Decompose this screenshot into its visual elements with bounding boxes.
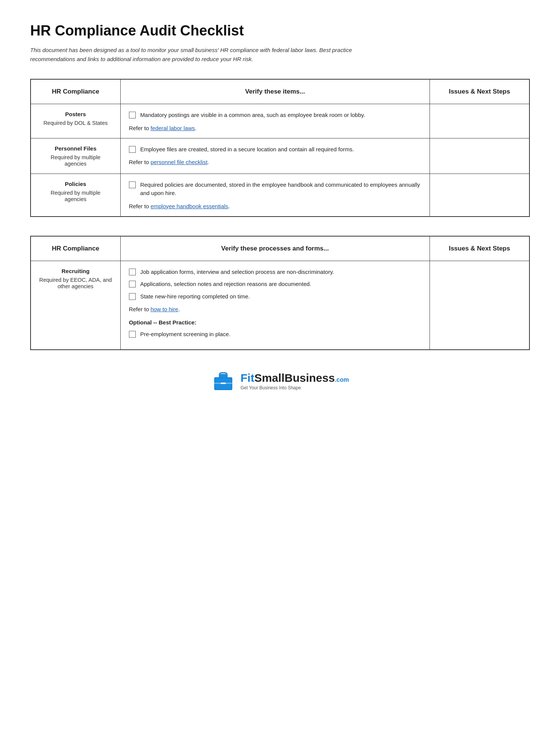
refer-period: . [195, 125, 196, 131]
verify-item: Required policies are documented, stored… [129, 181, 421, 198]
logo-dot-com: .com [335, 376, 349, 383]
table-row: Policies Required by multiple agencies R… [31, 174, 529, 217]
table-row: Recruiting Required by EEOC, ADA, and ot… [31, 261, 529, 350]
table2-col3-header: Issues & Next Steps [430, 236, 529, 261]
issues-cell-posters [430, 104, 529, 138]
intro-text: This document has been designed as a too… [30, 46, 370, 64]
refer-line: Refer to federal labor laws. [129, 125, 421, 131]
category-cell-policies: Policies Required by multiple agencies [31, 174, 120, 217]
issues-cell-recruiting [430, 261, 529, 350]
refer-period: . [178, 306, 180, 312]
verify-cell-policies: Required policies are documented, stored… [120, 174, 430, 217]
category-cell-recruiting: Recruiting Required by EEOC, ADA, and ot… [31, 261, 120, 350]
checkbox[interactable] [129, 269, 136, 275]
verify-item: Mandatory postings are visible in a comm… [129, 111, 421, 120]
table-row: Personnel Files Required by multiple age… [31, 138, 529, 174]
category-name-policies: Policies [39, 181, 112, 187]
footer-logo: FitSmallBusiness .com Get Your Business … [211, 369, 349, 393]
category-name-posters: Posters [39, 111, 112, 117]
briefcase-icon [211, 369, 235, 393]
verify-text-best-practice: Pre-employment screening in place. [140, 330, 230, 339]
best-practice-label: Optional -- Best Practice: [129, 319, 421, 326]
verify-cell-recruiting: Job application forms, interview and sel… [120, 261, 430, 350]
table1-col3-header: Issues & Next Steps [430, 79, 529, 104]
verify-cell-posters: Mandatory postings are visible in a comm… [120, 104, 430, 138]
category-cell-personnel: Personnel Files Required by multiple age… [31, 138, 120, 174]
logo-text-container: FitSmallBusiness .com Get Your Business … [241, 372, 349, 390]
category-sub-personnel: Required by multiple agencies [51, 154, 100, 167]
checkbox[interactable] [129, 146, 136, 153]
refer-period: . [228, 203, 230, 209]
table1-col2-header: Verify these items... [120, 79, 430, 104]
refer-link-hire[interactable]: how to hire [150, 306, 178, 312]
category-sub-recruiting: Required by EEOC, ADA, and other agencie… [39, 277, 112, 289]
checkbox[interactable] [129, 293, 136, 300]
refer-line: Refer to employee handbook essentials. [129, 203, 421, 209]
category-sub-posters: Required by DOL & States [43, 120, 107, 126]
page-title: HR Compliance Audit Checklist [30, 23, 530, 39]
category-name-personnel: Personnel Files [39, 145, 112, 152]
refer-line: Refer to how to hire. [129, 306, 421, 312]
logo-tagline: Get Your Business Into Shape [241, 385, 301, 390]
refer-link-personnel[interactable]: personnel file checklist [150, 159, 207, 165]
table1-col1-header: HR Compliance [31, 79, 120, 104]
verify-text: Employee files are created, stored in a … [140, 145, 354, 154]
refer-prefix: Refer to [129, 159, 151, 165]
checkbox[interactable] [129, 331, 136, 338]
verify-cell-personnel: Employee files are created, stored in a … [120, 138, 430, 174]
logo-brand-business: Business [284, 372, 334, 384]
verify-item: Job application forms, interview and sel… [129, 268, 421, 277]
refer-prefix: Refer to [129, 125, 151, 131]
refer-link-handbook[interactable]: employee handbook essentials [150, 203, 228, 209]
verify-text: Required policies are documented, stored… [140, 181, 421, 198]
refer-prefix: Refer to [129, 306, 151, 312]
checkbox[interactable] [129, 112, 136, 118]
logo-brand-name: FitSmallBusiness [241, 372, 335, 384]
table-items: HR Compliance Verify these items... Issu… [30, 79, 530, 217]
table2-col2-header: Verify these processes and forms... [120, 236, 430, 261]
logo-brand-fit: Fit [241, 372, 255, 384]
verify-item: Applications, selection notes and reject… [129, 280, 421, 289]
checkbox[interactable] [129, 181, 136, 188]
issues-cell-personnel [430, 138, 529, 174]
refer-line: Refer to personnel file checklist. [129, 159, 421, 165]
issues-cell-policies [430, 174, 529, 217]
category-name-recruiting: Recruiting [39, 268, 112, 274]
verify-text: Job application forms, interview and sel… [140, 268, 334, 277]
category-sub-policies: Required by multiple agencies [51, 190, 100, 202]
refer-period: . [207, 159, 209, 165]
verify-text: Applications, selection notes and reject… [140, 280, 311, 289]
verify-text: State new-hire reporting completed on ti… [140, 292, 250, 301]
refer-prefix: Refer to [129, 203, 151, 209]
footer: FitSmallBusiness .com Get Your Business … [30, 369, 530, 408]
table-row: Posters Required by DOL & States Mandato… [31, 104, 529, 138]
refer-link-federal[interactable]: federal labor laws [150, 125, 195, 131]
verify-text: Mandatory postings are visible in a comm… [140, 111, 365, 120]
verify-item: State new-hire reporting completed on ti… [129, 292, 421, 301]
checkbox[interactable] [129, 281, 136, 287]
category-cell-posters: Posters Required by DOL & States [31, 104, 120, 138]
table-processes: HR Compliance Verify these processes and… [30, 236, 530, 350]
table2-col1-header: HR Compliance [31, 236, 120, 261]
svg-rect-3 [220, 374, 226, 378]
verify-item-best-practice: Pre-employment screening in place. [129, 330, 421, 339]
verify-item: Employee files are created, stored in a … [129, 145, 421, 154]
logo-brand-small: Small [254, 372, 284, 384]
